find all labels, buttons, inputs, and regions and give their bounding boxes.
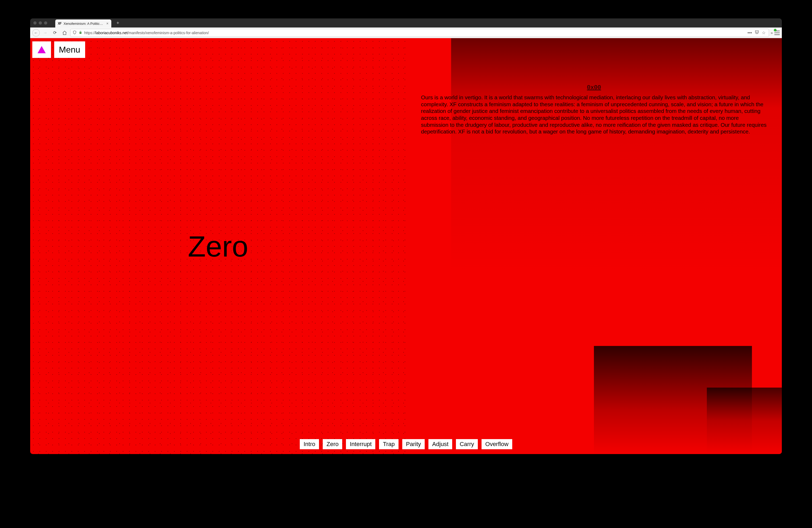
- section-heading: Zero: [188, 229, 248, 263]
- nav-forward-button[interactable]: →: [41, 29, 49, 37]
- nav-chip-adjust[interactable]: Adjust: [429, 439, 452, 449]
- browser-tab[interactable]: XF Xenofeminism: A Politics for Ali… ×: [55, 19, 111, 28]
- tracking-shield-icon[interactable]: [73, 30, 77, 35]
- nav-chip-parity[interactable]: Parity: [402, 439, 425, 449]
- tab-close-icon[interactable]: ×: [106, 21, 108, 26]
- overflow-chevrons-icon[interactable]: »: [771, 30, 773, 35]
- section-hero: Zero: [30, 38, 406, 454]
- nav-chip-trap[interactable]: Trap: [379, 439, 398, 449]
- nav-chip-overflow[interactable]: Overflow: [481, 439, 512, 449]
- nav-chip-zero[interactable]: Zero: [323, 439, 342, 449]
- tab-strip: XF Xenofeminism: A Politics for Ali… × +: [30, 18, 782, 28]
- svg-rect-0: [79, 32, 82, 34]
- browser-window: XF Xenofeminism: A Politics for Ali… × +…: [30, 18, 782, 454]
- section-body: 0x00 Ours is a world in vertigo. It is a…: [421, 84, 767, 135]
- tab-favicon: XF: [58, 21, 61, 25]
- lock-icon[interactable]: [79, 31, 82, 35]
- svg-marker-1: [38, 46, 46, 54]
- nav-chip-intro[interactable]: Intro: [300, 439, 319, 449]
- traffic-minimize-icon[interactable]: [39, 21, 42, 25]
- url-text: https://laboriacuboniks.net/manifesto/xe…: [84, 31, 745, 35]
- nav-home-button[interactable]: [61, 29, 69, 37]
- traffic-zoom-icon[interactable]: [44, 21, 47, 25]
- home-logo-button[interactable]: [32, 41, 51, 58]
- traffic-close-icon[interactable]: [33, 21, 37, 25]
- tab-title: Xenofeminism: A Politics for Ali…: [63, 21, 104, 26]
- section-nav: Intro Zero Interrupt Trap Parity Adjust …: [30, 439, 782, 449]
- url-bar[interactable]: https://laboriacuboniks.net/manifesto/xe…: [70, 29, 769, 37]
- triangle-icon: [37, 44, 46, 55]
- page-viewport: Menu Zero 0x00 Ours is a world in vertig…: [30, 38, 782, 454]
- bg-shape: [451, 38, 782, 271]
- section-hex-label: 0x00: [421, 84, 767, 91]
- nav-chip-carry[interactable]: Carry: [456, 439, 478, 449]
- nav-back-button[interactable]: ←: [32, 29, 40, 36]
- pocket-icon[interactable]: [755, 30, 759, 35]
- bookmark-star-icon[interactable]: ☆: [762, 30, 766, 35]
- page-actions-icon[interactable]: •••: [748, 30, 752, 35]
- window-traffic-lights[interactable]: [33, 21, 47, 25]
- menu-button[interactable]: Menu: [54, 41, 85, 58]
- section-text: Ours is a world in vertigo. It is a worl…: [421, 94, 767, 135]
- nav-chip-interrupt[interactable]: Interrupt: [346, 439, 375, 449]
- browser-toolbar: ← → ⟳ https://laboriacuboniks.net/manife…: [30, 28, 782, 38]
- nav-reload-button[interactable]: ⟳: [51, 29, 59, 37]
- new-tab-button[interactable]: +: [115, 19, 121, 26]
